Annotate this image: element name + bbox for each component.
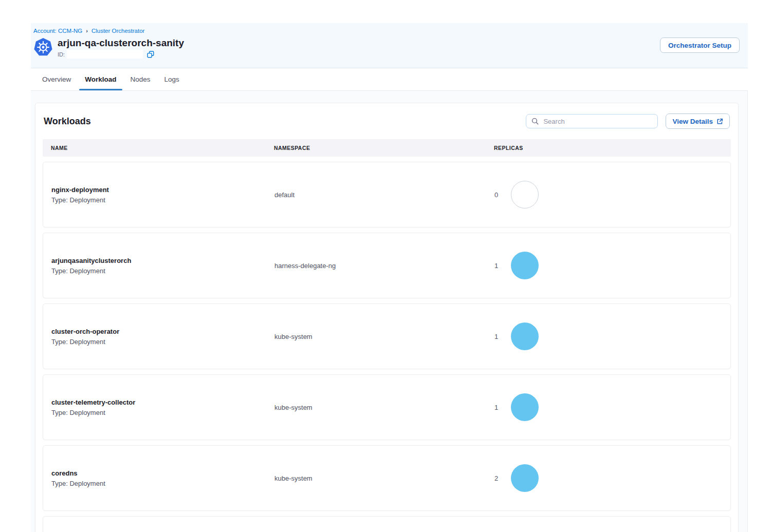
- id-label: ID:: [58, 51, 65, 58]
- tab-workload[interactable]: Workload: [84, 68, 117, 90]
- workload-replicas-cell: 1: [494, 393, 722, 421]
- workload-replicas-cell: 0: [494, 181, 722, 208]
- replica-count: 1: [494, 404, 500, 411]
- tab-logs[interactable]: Logs: [163, 68, 180, 90]
- column-header-name: NAME: [51, 145, 274, 151]
- replica-status-circle: [511, 181, 539, 208]
- table-row[interactable]: nginx-deployment Type: Deployment defaul…: [43, 162, 731, 227]
- search-box[interactable]: [526, 114, 658, 128]
- page-title: arjun-qa-clusterorch-sanity: [58, 37, 184, 49]
- view-details-label: View Details: [672, 118, 713, 125]
- section-title: Workloads: [44, 116, 91, 127]
- workload-name: nginx-deployment: [51, 186, 274, 194]
- replica-status-circle: [511, 252, 539, 279]
- table-header-row: NAME NAMESPACE REPLICAS: [43, 139, 731, 157]
- card-header-actions: View Details: [526, 113, 730, 129]
- workloads-card-header: Workloads View Details: [44, 113, 730, 129]
- workload-name: coredns: [51, 469, 274, 477]
- breadcrumb-separator-chevron: ›: [86, 28, 88, 34]
- replica-count: 1: [494, 333, 500, 340]
- id-value-redacted: [67, 50, 143, 59]
- breadcrumb: Account: CCM-NG › Cluster Orchestrator: [33, 28, 740, 34]
- replica-status-circle: [511, 464, 539, 492]
- replica-status-circle: [511, 393, 539, 421]
- breadcrumb-account-link[interactable]: Account: CCM-NG: [33, 28, 82, 34]
- workload-name-cell: cluster-orch-operator Type: Deployment: [51, 328, 274, 346]
- workload-name-cell: arjunqasanityclusterorch Type: Deploymen…: [51, 257, 274, 275]
- tab-bar: Overview Workload Nodes Logs: [31, 68, 748, 91]
- chat-help-button[interactable]: [752, 493, 766, 507]
- page-header: Account: CCM-NG › Cluster Orchestrator: [31, 23, 748, 68]
- table-row[interactable]: cluster-telemetry-collector Type: Deploy…: [43, 374, 731, 440]
- header-title-row: arjun-qa-clusterorch-sanity ID:: [33, 37, 740, 59]
- title-block: arjun-qa-clusterorch-sanity ID:: [58, 37, 184, 59]
- replica-count: 0: [494, 191, 500, 199]
- workload-type: Type: Deployment: [51, 480, 274, 487]
- column-header-replicas: REPLICAS: [494, 145, 723, 151]
- table-row[interactable]: cluster-orch-operator Type: Deployment k…: [43, 303, 731, 369]
- kubernetes-icon: [33, 37, 53, 57]
- column-header-namespace: NAMESPACE: [274, 145, 494, 151]
- workloads-card: Workloads View Details: [35, 103, 739, 532]
- workload-name-cell: nginx-deployment Type: Deployment: [51, 186, 274, 204]
- workload-type: Type: Deployment: [51, 409, 274, 416]
- table-row-partial[interactable]: [43, 516, 731, 532]
- workload-name: arjunqasanityclusterorch: [51, 257, 274, 264]
- workload-namespace: kube-system: [274, 404, 494, 411]
- copy-icon[interactable]: [147, 51, 154, 58]
- search-icon: [531, 118, 539, 125]
- tab-overview[interactable]: Overview: [41, 68, 72, 90]
- workload-type: Type: Deployment: [51, 267, 274, 275]
- tab-nodes[interactable]: Nodes: [130, 68, 152, 90]
- workload-name-cell: coredns Type: Deployment: [51, 469, 274, 487]
- workload-name-cell: cluster-telemetry-collector Type: Deploy…: [51, 398, 274, 416]
- replica-status-circle: [511, 322, 539, 350]
- workload-replicas-cell: 2: [494, 464, 722, 492]
- replica-count: 1: [494, 262, 500, 270]
- view-details-button[interactable]: View Details: [666, 113, 730, 129]
- workload-name: cluster-telemetry-collector: [51, 398, 274, 406]
- workload-type: Type: Deployment: [51, 338, 274, 346]
- workload-namespace: kube-system: [274, 333, 494, 340]
- workload-type: Type: Deployment: [51, 196, 274, 204]
- workload-replicas-cell: 1: [494, 252, 722, 279]
- breadcrumb-section-link[interactable]: Cluster Orchestrator: [91, 28, 145, 34]
- content-column: Account: CCM-NG › Cluster Orchestrator: [31, 23, 748, 532]
- workload-name: cluster-orch-operator: [51, 328, 274, 335]
- external-link-icon: [716, 118, 723, 125]
- workload-namespace: harness-delegate-ng: [274, 262, 494, 270]
- table-row[interactable]: arjunqasanityclusterorch Type: Deploymen…: [43, 233, 731, 298]
- search-input[interactable]: [542, 117, 652, 126]
- workload-namespace: default: [274, 191, 494, 199]
- page-body: Workloads View Details: [31, 91, 748, 532]
- entity-id-line: ID:: [58, 50, 184, 59]
- workload-replicas-cell: 1: [494, 322, 722, 350]
- replica-count: 2: [494, 474, 500, 482]
- workload-namespace: kube-system: [274, 474, 494, 482]
- orchestrator-setup-button[interactable]: Orchestrator Setup: [660, 37, 740, 53]
- table-row[interactable]: coredns Type: Deployment kube-system 2: [43, 445, 731, 511]
